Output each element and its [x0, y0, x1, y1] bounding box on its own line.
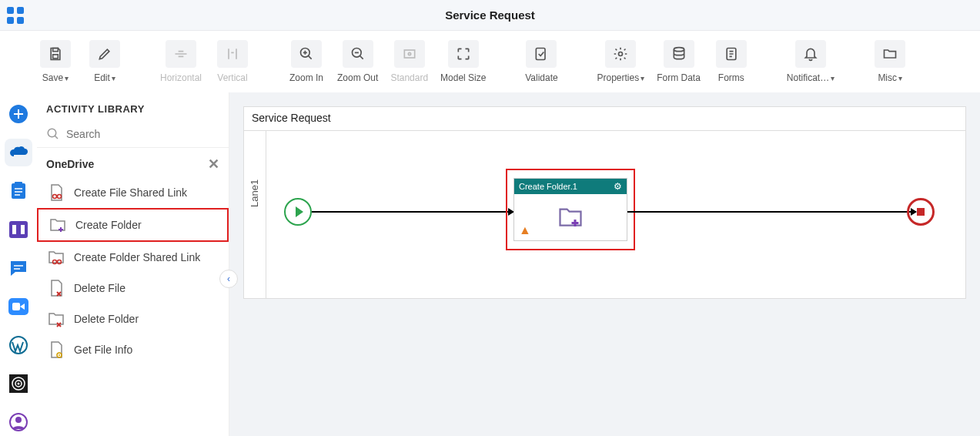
node-header: Create Folder.1 ⚙ [514, 179, 627, 194]
misc-button[interactable]: Misc▾ [865, 35, 915, 89]
activity-label: Create Folder [75, 219, 142, 231]
svg-point-29 [48, 129, 56, 137]
activity-label: Create File Shared Link [74, 186, 187, 199]
svg-rect-0 [7, 7, 14, 14]
notifications-button[interactable]: Notificat…▾ [781, 35, 841, 89]
activity-label: Delete File [74, 282, 125, 294]
forms-button[interactable]: Forms [707, 35, 756, 89]
sidebar-add[interactable] [5, 100, 32, 128]
zoom-in-button[interactable]: Zoom In [282, 35, 331, 89]
sidebar-clipboard[interactable] [5, 177, 32, 205]
chevron-down-icon: ▾ [112, 74, 115, 82]
properties-button[interactable]: Properties▾ [590, 35, 651, 89]
flow-connector[interactable] [312, 211, 513, 213]
page-title: Service Request [445, 8, 535, 22]
close-icon[interactable]: ✕ [208, 156, 219, 173]
toolbar: Save▾ Edit▾ Horizontal Vertical Zoom In … [0, 31, 980, 92]
zoom-out-button[interactable]: Zoom Out [331, 35, 384, 89]
folder-icon [875, 40, 905, 68]
svg-rect-1 [17, 7, 24, 14]
sidebar-wordpress[interactable] [5, 331, 32, 359]
search-input[interactable] [66, 128, 219, 140]
svg-point-26 [18, 383, 20, 385]
process-canvas[interactable]: Service Request Lane1 Create Folder.1 ⚙ … [243, 106, 966, 299]
activity-node-create-folder[interactable]: Create Folder.1 ⚙ ▲ [513, 178, 627, 241]
svg-point-33 [58, 260, 62, 264]
activity-label: Delete Folder [74, 313, 139, 325]
sidebar-columns[interactable] [5, 216, 32, 243]
activity-create-folder[interactable]: Create Folder [37, 208, 229, 242]
horizontal-button: Horizontal [154, 35, 208, 89]
folder-link-icon [46, 247, 66, 267]
zoom-out-icon [343, 40, 373, 68]
sidebar [0, 92, 37, 436]
validate-button[interactable]: Validate [517, 35, 566, 89]
zoom-in-icon [291, 40, 322, 68]
file-link-icon [46, 183, 66, 203]
activity-label: Get File Info [74, 344, 132, 356]
start-node[interactable] [284, 198, 312, 226]
chevron-down-icon: ▾ [641, 74, 644, 82]
model-size-button[interactable]: Model Size [434, 35, 492, 89]
sidebar-target[interactable] [5, 370, 32, 397]
database-icon [664, 40, 694, 68]
app-logo-icon[interactable] [0, 0, 31, 31]
gear-icon [605, 40, 636, 68]
canvas-wrap: Service Request Lane1 Create Folder.1 ⚙ … [229, 92, 980, 436]
svg-rect-4 [53, 49, 59, 52]
chevron-down-icon: ▾ [65, 74, 69, 82]
sidebar-user[interactable] [5, 408, 32, 436]
lane-label: Lane1 [249, 179, 260, 207]
category-label: OneDrive [46, 158, 94, 170]
standard-button: Standard [384, 35, 434, 89]
sidebar-onedrive[interactable] [5, 139, 32, 166]
save-button[interactable]: Save▾ [31, 35, 80, 89]
svg-rect-16 [15, 182, 22, 186]
activity-delete-file[interactable]: Delete File [37, 273, 229, 304]
collapse-panel-button[interactable]: ‹ [219, 270, 238, 288]
form-data-button[interactable]: Form Data [651, 35, 707, 89]
folder-delete-icon [46, 309, 66, 329]
file-delete-icon [46, 278, 66, 298]
fit-standard-icon [394, 40, 425, 68]
chevron-left-icon: ‹ [227, 273, 230, 284]
end-node[interactable] [907, 198, 935, 226]
node-body: ▲ [514, 194, 627, 240]
activity-label: Create Folder Shared Link [74, 251, 200, 263]
panel-heading: ACTIVITY LIBRARY [37, 92, 229, 122]
activity-create-folder-shared-link[interactable]: Create Folder Shared Link [37, 242, 229, 273]
bell-icon [795, 40, 826, 68]
svg-rect-3 [17, 17, 24, 24]
canvas-title: Service Request [252, 112, 331, 124]
svg-rect-5 [53, 55, 59, 59]
warning-icon: ▲ [519, 223, 531, 237]
category-header: OneDrive ✕ [37, 148, 229, 177]
svg-rect-2 [7, 17, 14, 24]
activity-delete-folder[interactable]: Delete Folder [37, 304, 229, 334]
svg-rect-17 [9, 221, 28, 238]
svg-point-32 [53, 260, 57, 264]
model-size-icon [448, 40, 479, 68]
main: ACTIVITY LIBRARY OneDrive ✕ Create File … [0, 92, 980, 436]
svg-point-30 [53, 195, 57, 199]
node-title: Create Folder.1 [519, 182, 577, 191]
forms-icon [716, 40, 747, 68]
activity-get-file-info[interactable]: Get File Info [37, 334, 229, 365]
activity-create-file-shared-link[interactable]: Create File Shared Link [37, 177, 229, 208]
search-row [37, 122, 229, 148]
align-vertical-icon [217, 40, 248, 68]
folder-plus-icon [48, 215, 68, 235]
edit-button[interactable]: Edit▾ [80, 35, 129, 89]
sidebar-video[interactable] [5, 293, 32, 320]
svg-point-11 [619, 52, 623, 56]
sidebar-chat[interactable] [5, 254, 32, 282]
gear-icon[interactable]: ⚙ [614, 181, 622, 192]
validate-icon [526, 40, 557, 68]
svg-point-31 [58, 195, 62, 199]
header: Service Request [0, 0, 980, 31]
chevron-down-icon: ▾ [831, 74, 835, 82]
align-horizontal-icon [166, 40, 196, 68]
svg-rect-10 [537, 49, 546, 60]
svg-rect-18 [12, 225, 16, 234]
flow-connector[interactable] [627, 211, 916, 213]
